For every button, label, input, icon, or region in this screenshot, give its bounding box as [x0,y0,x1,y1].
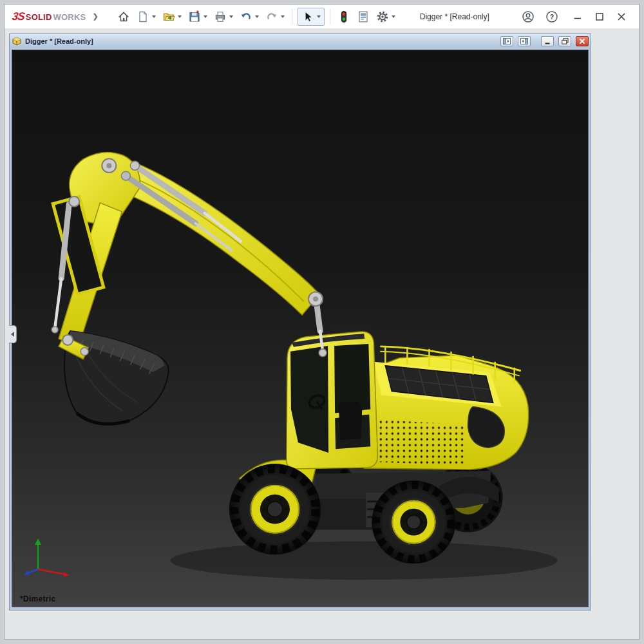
undo-dropdown-caret[interactable] [255,15,259,18]
new-document-button[interactable] [135,8,158,26]
gear-icon [376,10,389,23]
document-restore-button[interactable] [558,36,571,46]
ground-shadow [171,541,558,580]
main-titlebar: 3S SOLIDWORKS ❯ [5,5,639,29]
select-arrow-icon [301,10,314,23]
document-close-button[interactable] [576,36,589,46]
home-button[interactable] [115,8,132,26]
close-button[interactable] [614,10,629,24]
options-dropdown-caret[interactable] [392,15,395,18]
document-restore-icon [562,38,569,44]
user-account-button[interactable] [521,10,535,24]
cab[interactable] [287,323,377,469]
help-icon: ? [545,10,558,23]
upper-body[interactable] [354,346,528,469]
excavator-model[interactable] [12,50,588,607]
redo-dropdown-caret[interactable] [281,15,285,18]
main-window-title: Digger * [Read-only] [420,12,489,21]
document-minimize-button[interactable] [541,36,554,46]
triad-x-axis [38,569,69,577]
view-orientation-label: *Dimetric [20,594,55,603]
home-icon [117,10,130,23]
featuremanager-collapse-tab[interactable] [9,325,17,343]
toolbar-separator [330,9,330,24]
menu-expand-chevron[interactable]: ❯ [92,12,98,21]
svg-text:?: ? [550,12,554,20]
open-button[interactable] [160,8,184,26]
undo-button[interactable] [238,8,261,26]
document-window: Digger * [Read-only] [9,33,591,611]
pane-toggle-right-icon [520,38,528,44]
redo-button[interactable] [263,8,287,26]
minimize-icon [574,13,582,21]
bucket[interactable] [59,331,169,424]
new-document-icon [137,10,149,23]
part-document-icon [12,37,21,46]
boom-arm[interactable] [52,152,327,356]
select-tool-button[interactable] [298,8,325,26]
solidworks-logo: 3S SOLIDWORKS [12,10,86,23]
user-account-icon [522,10,535,23]
file-properties-icon [357,10,370,23]
pane-toggle-left-icon [503,38,511,44]
graphics-area[interactable]: *Dimetric [12,50,589,607]
brand-text-works: WORKS [53,12,86,22]
triad-z-axis [24,569,38,575]
document-titlebar[interactable]: Digger * [Read-only] [10,34,591,48]
3ds-logo-icon: 3S [12,10,26,23]
document-title: Digger * [Read-only] [25,37,93,45]
orientation-triad[interactable] [17,533,75,578]
maximize-icon [596,13,603,21]
help-button[interactable]: ? [545,10,559,24]
minimize-button[interactable] [571,10,585,24]
open-dropdown-caret[interactable] [178,15,182,18]
maximize-button[interactable] [592,10,607,24]
redo-icon [265,10,278,23]
document-minimize-icon [544,39,551,44]
select-dropdown-caret[interactable] [317,15,321,18]
performance-lights-button[interactable] [336,8,352,26]
open-icon [162,10,175,23]
pane-toggle-right-button[interactable] [518,36,531,46]
client-area: Digger * [Read-only] [5,30,639,639]
toolbar-separator [292,9,292,24]
undo-icon [240,10,252,23]
save-dropdown-caret[interactable] [204,15,207,18]
triad-y-axis [35,538,41,569]
collapse-left-arrow-icon [11,332,14,337]
save-icon: * [188,10,201,23]
wheel-front[interactable] [229,464,321,554]
pane-toggle-left-button[interactable] [500,36,513,46]
save-button[interactable]: * [186,8,209,26]
print-dropdown-caret[interactable] [229,15,233,18]
options-button[interactable] [374,8,397,26]
svg-text:*: * [196,10,199,17]
traffic-light-icon [337,10,350,23]
close-icon [618,13,625,21]
quick-access-toolbar: * [115,8,397,26]
solidworks-main-window: 3S SOLIDWORKS ❯ [4,4,639,639]
document-close-icon [579,38,585,44]
print-icon [214,10,227,23]
brand-text-solid: SOLID [26,12,52,22]
new-document-dropdown-caret[interactable] [152,15,156,18]
print-button[interactable] [212,8,235,26]
wheel-rear[interactable] [372,480,455,564]
file-properties-button[interactable] [355,8,372,26]
